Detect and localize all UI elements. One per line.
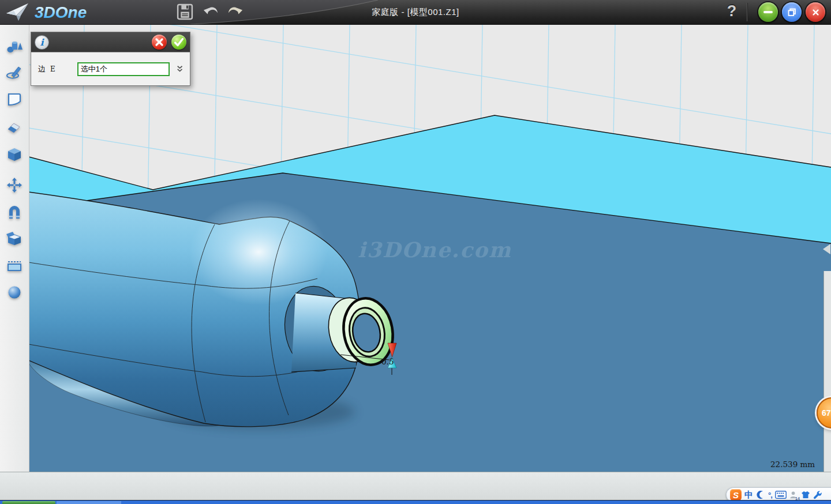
statusbar: 边 P M — [0, 472, 831, 501]
watermark: i3DOne.com — [358, 238, 512, 262]
move-arrows-icon[interactable] — [6, 176, 23, 194]
collapsed-panel-strip[interactable] — [823, 271, 831, 472]
undo-button[interactable] — [201, 3, 219, 21]
material-sphere-icon[interactable] — [6, 284, 23, 301]
edge-selection-dialog: i 边 E — [31, 32, 190, 86]
titlebar: 3DOne 家庭版 - [模型001.Z1] ? — [0, 0, 831, 25]
sketch-pencil-icon[interactable] — [6, 63, 23, 80]
chinese-mode-toggle[interactable]: 中 — [744, 490, 753, 501]
sketch-plane-icon[interactable] — [6, 91, 23, 108]
viewport-scene: i3DOne.com — [29, 24, 831, 472]
trough-icon[interactable] — [6, 257, 23, 274]
app-name-wordmark: 3DOne — [35, 2, 104, 22]
toolbox-wrench-icon[interactable] — [813, 490, 822, 499]
offset-value[interactable]: 0.5 — [381, 357, 394, 366]
app-name: 3DOne — [35, 3, 87, 21]
minimize-icon — [763, 11, 773, 13]
start-button-sliver[interactable] — [2, 501, 55, 504]
info-icon: i — [35, 35, 49, 50]
confirm-button[interactable] — [171, 35, 186, 50]
solid-cube-icon[interactable] — [6, 146, 23, 163]
open-box-icon[interactable] — [6, 230, 23, 247]
chinese-mode-label: 中 — [744, 490, 753, 501]
soft-keyboard-icon[interactable] — [775, 491, 787, 499]
field-tag: E — [50, 65, 55, 73]
magnet-constraint-icon[interactable] — [6, 204, 23, 221]
cancel-x-icon — [152, 35, 167, 50]
distance-readout: 22.539 mm — [770, 460, 815, 469]
panel-expand-arrow-icon[interactable] — [823, 244, 830, 254]
primitive-shapes-icon[interactable] — [6, 37, 23, 55]
punctuation-toggle[interactable]: °, — [768, 491, 772, 499]
user-lexicon-icon[interactable]: 14 — [789, 491, 798, 499]
3done-window: 3DOne 家庭版 - [模型001.Z1] ? — [0, 0, 831, 504]
skin-tshirt-icon[interactable] — [801, 490, 810, 499]
taskbar-app-sliver[interactable] — [57, 501, 121, 504]
titlebar-tools — [176, 3, 245, 21]
tool-sidebar — [0, 24, 29, 472]
viewport-3d[interactable]: i3DOne.com — [29, 24, 831, 472]
os-taskbar-sliver — [0, 500, 831, 504]
paper-plane-icon — [5, 1, 31, 23]
close-button[interactable] — [806, 2, 825, 22]
edge-selection-input[interactable] — [77, 62, 170, 76]
dialog-body: 边 E — [31, 52, 190, 85]
minimize-button[interactable] — [758, 2, 778, 22]
confirm-check-icon — [171, 35, 186, 50]
help-icon[interactable]: ? — [724, 2, 740, 22]
fullwidth-moon-icon[interactable] — [756, 490, 765, 499]
close-icon — [811, 7, 821, 17]
titlebar-separator — [747, 3, 747, 21]
eraser-icon[interactable] — [6, 118, 23, 136]
sogou-logo-icon[interactable]: S — [730, 489, 742, 501]
app-logo: 3DOne — [5, 1, 104, 23]
restore-button[interactable] — [782, 2, 802, 22]
restore-icon — [788, 8, 796, 17]
redo-button[interactable] — [227, 3, 245, 21]
sogou-logo-letter: S — [733, 490, 739, 500]
expand-chevrons-icon[interactable] — [177, 65, 183, 73]
dialog-buttons — [152, 35, 186, 50]
field-label: 边 — [38, 64, 46, 74]
notification-count: 67 — [822, 408, 831, 418]
save-button[interactable] — [176, 3, 194, 21]
cancel-button[interactable] — [152, 35, 167, 50]
dialog-header[interactable]: i — [31, 32, 190, 52]
